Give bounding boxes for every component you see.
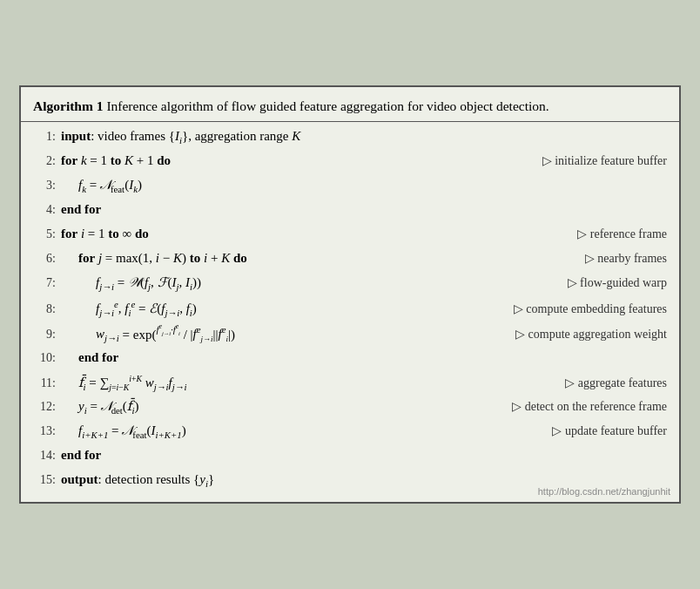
line-text: for i = 1 to ∞ do <box>61 224 569 244</box>
line-content: fj→i = 𝒲(fj, ℱ(Ij, Ii))▷ flow-guided war… <box>61 273 667 294</box>
line-content: for j = max(1, i − K) to i + K do▷ nearb… <box>61 248 667 268</box>
algorithm-description: Inference algorithm of flow guided featu… <box>106 98 549 113</box>
algo-line-14: 14:end for <box>33 444 667 469</box>
line-content: input: video frames {Ii}, aggregation ra… <box>61 126 667 148</box>
line-text: wj→i = exp(fej→i·fei / |fej→i||fei|) <box>61 322 507 347</box>
algo-line-3: 3:fk = 𝒩feat(Ik) <box>33 174 667 199</box>
line-number: 4: <box>33 200 56 220</box>
line-number: 5: <box>33 225 56 244</box>
watermark: http://blog.csdn.net/zhangjunhit <box>538 486 670 497</box>
line-content: f̄i = ∑j=i−Ki+K wj→ifj→i▷ aggregate feat… <box>61 372 667 395</box>
line-number: 15: <box>33 471 56 490</box>
line-comment: ▷ aggregate features <box>556 374 667 393</box>
line-content: end for <box>61 445 667 465</box>
line-text: end for <box>61 348 667 368</box>
line-text: yi = 𝒩det(f̄i) <box>61 396 503 418</box>
line-number: 6: <box>33 249 56 268</box>
algo-line-10: 10:end for <box>33 347 667 371</box>
algo-line-4: 4:end for <box>33 199 667 223</box>
line-content: fi+K+1 = 𝒩feat(Ii+K+1)▷ update feature b… <box>61 421 667 443</box>
line-text: fi+K+1 = 𝒩feat(Ii+K+1) <box>61 421 543 443</box>
algo-line-8: 8:fj→ie, fie = ℰ(fj→i, fi)▷ compute embe… <box>33 296 667 322</box>
line-number: 10: <box>33 349 56 368</box>
line-number: 8: <box>33 300 56 319</box>
line-comment: ▷ flow-guided warp <box>559 274 667 293</box>
line-text: for j = max(1, i − K) to i + K do <box>61 248 576 268</box>
line-content: fj→ie, fie = ℰ(fj→i, fi)▷ compute embedd… <box>61 297 667 321</box>
line-text: fj→i = 𝒲(fj, ℱ(Ij, Ii)) <box>61 273 559 294</box>
line-number: 13: <box>33 422 56 441</box>
line-comment: ▷ update feature buffer <box>543 422 667 441</box>
algo-line-12: 12:yi = 𝒩det(f̄i)▷ detect on the referen… <box>33 396 667 420</box>
algo-line-5: 5:for i = 1 to ∞ do▷ reference frame <box>33 223 667 247</box>
line-number: 14: <box>33 446 56 465</box>
algorithm-box: Algorithm 1 Inference algorithm of flow … <box>19 85 681 504</box>
line-number: 2: <box>33 152 56 171</box>
algo-line-6: 6:for j = max(1, i − K) to i + K do▷ nea… <box>33 247 667 272</box>
line-text: fj→ie, fie = ℰ(fj→i, fi) <box>61 297 505 321</box>
line-content: for k = 1 to K + 1 do▷ initialize featur… <box>61 151 667 171</box>
line-number: 11: <box>33 374 56 393</box>
line-comment: ▷ reference frame <box>569 225 667 244</box>
algo-line-1: 1:input: video frames {Ii}, aggregation … <box>33 125 667 150</box>
line-text: fk = 𝒩feat(Ik) <box>61 175 667 197</box>
line-content: fk = 𝒩feat(Ik) <box>61 175 667 197</box>
line-text: for k = 1 to K + 1 do <box>61 151 534 171</box>
line-number: 3: <box>33 176 56 195</box>
algorithm-header: Algorithm 1 Inference algorithm of flow … <box>21 87 679 123</box>
algorithm-body: 1:input: video frames {Ii}, aggregation … <box>21 122 679 502</box>
line-text: input: video frames {Ii}, aggregation ra… <box>61 126 667 148</box>
algo-line-11: 11:f̄i = ∑j=i−Ki+K wj→ifj→i▷ aggregate f… <box>33 371 667 396</box>
algorithm-label: Algorithm 1 <box>33 98 104 113</box>
line-content: yi = 𝒩det(f̄i)▷ detect on the reference … <box>61 396 667 418</box>
algo-line-2: 2:for k = 1 to K + 1 do▷ initialize feat… <box>33 150 667 174</box>
line-number: 1: <box>33 127 56 146</box>
line-content: end for <box>61 348 667 368</box>
algorithm-title: Algorithm 1 Inference algorithm of flow … <box>33 98 549 113</box>
algo-line-9: 9:wj→i = exp(fej→i·fei / |fej→i||fei|)▷ … <box>33 322 667 348</box>
line-comment: ▷ nearby frames <box>576 249 667 268</box>
line-comment: ▷ initialize feature buffer <box>534 152 667 171</box>
line-content: for i = 1 to ∞ do▷ reference frame <box>61 224 667 244</box>
algo-line-7: 7:fj→i = 𝒲(fj, ℱ(Ij, Ii))▷ flow-guided w… <box>33 272 667 296</box>
line-content: end for <box>61 200 667 220</box>
line-number: 7: <box>33 274 56 293</box>
line-number: 9: <box>33 325 56 344</box>
line-text: end for <box>61 445 667 465</box>
line-text: f̄i = ∑j=i−Ki+K wj→ifj→i <box>61 372 556 395</box>
line-content: wj→i = exp(fej→i·fei / |fej→i||fei|)▷ co… <box>61 322 667 347</box>
line-comment: ▷ compute embedding features <box>505 300 667 319</box>
line-comment: ▷ detect on the reference frame <box>503 397 667 416</box>
line-number: 12: <box>33 397 56 416</box>
line-comment: ▷ compute aggregation weight <box>507 325 667 344</box>
algo-line-13: 13:fi+K+1 = 𝒩feat(Ii+K+1)▷ update featur… <box>33 420 667 444</box>
line-text: end for <box>61 200 667 220</box>
